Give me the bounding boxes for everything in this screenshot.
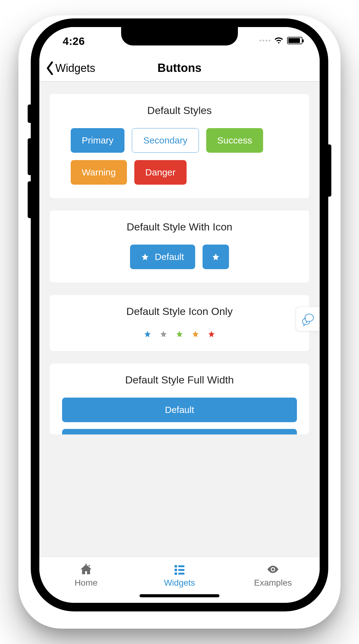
default-icon-button[interactable]: Default [130, 245, 195, 269]
secondary-button[interactable]: Secondary [132, 128, 199, 153]
icon-only-button[interactable] [203, 245, 229, 269]
danger-button[interactable]: Danger [134, 160, 187, 185]
status-time: 4:26 [63, 35, 85, 47]
eye-icon [266, 563, 280, 576]
home-indicator[interactable] [140, 594, 219, 597]
nav-header: Widgets Buttons [39, 55, 320, 82]
chat-bubble-button[interactable] [296, 307, 320, 331]
tab-home[interactable]: Home [39, 557, 133, 603]
star-danger-button[interactable] [208, 330, 215, 338]
star-icon [176, 330, 183, 338]
star-success-button[interactable] [176, 330, 183, 338]
card-title: Default Style Icon Only [62, 305, 297, 317]
tab-label: Home [75, 578, 98, 588]
card-full-width: Default Style Full Width Default [50, 363, 309, 434]
svg-rect-1 [178, 565, 184, 567]
card-default-styles: Default Styles Primary Secondary Success… [50, 94, 309, 198]
phone-frame: 4:26 Widgets Buttons [31, 18, 328, 611]
phone-notch [121, 27, 238, 45]
chevron-left-icon [45, 61, 55, 75]
star-secondary-button[interactable] [160, 330, 167, 338]
success-button[interactable]: Success [206, 128, 263, 153]
svg-rect-2 [175, 569, 177, 571]
star-icon [212, 253, 220, 261]
chat-icon [301, 312, 315, 326]
star-icon [141, 253, 149, 261]
home-icon [79, 563, 93, 576]
fullwidth-button-next[interactable] [62, 429, 297, 434]
content-scroll[interactable]: Default Styles Primary Secondary Success… [39, 82, 320, 557]
status-indicators [259, 37, 302, 44]
svg-rect-5 [178, 573, 184, 575]
star-icon [160, 330, 167, 338]
battery-icon [287, 37, 302, 44]
tab-label: Examples [254, 578, 292, 588]
screen: 4:26 Widgets Buttons [39, 27, 320, 603]
card-style-with-icon: Default Style With Icon Default [50, 210, 309, 283]
star-warning-button[interactable] [192, 330, 199, 338]
back-label: Widgets [55, 62, 95, 75]
card-icon-only: Default Style Icon Only [50, 295, 309, 351]
star-primary-button[interactable] [144, 330, 151, 338]
svg-rect-4 [175, 572, 177, 575]
tab-examples[interactable]: Examples [226, 557, 320, 603]
card-title: Default Style With Icon [62, 221, 297, 233]
wifi-icon [274, 37, 283, 44]
svg-rect-3 [178, 569, 184, 571]
star-icon [208, 330, 215, 338]
star-icon [144, 330, 151, 338]
list-icon [173, 563, 186, 576]
star-icon [192, 330, 199, 338]
card-title: Default Style Full Width [62, 374, 297, 386]
back-button[interactable]: Widgets [45, 55, 95, 81]
warning-button[interactable]: Warning [71, 160, 127, 185]
svg-rect-0 [175, 565, 177, 567]
tab-label: Widgets [164, 578, 195, 588]
fullwidth-default-button[interactable]: Default [62, 398, 297, 422]
cell-signal-icon [259, 40, 270, 41]
primary-button[interactable]: Primary [71, 128, 124, 153]
card-title: Default Styles [62, 104, 297, 116]
button-label: Default [155, 252, 184, 262]
star-row [62, 329, 297, 338]
